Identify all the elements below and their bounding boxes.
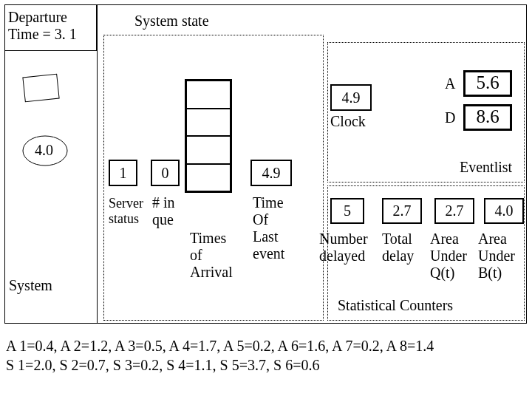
footer-line-2: S 1=2.0, S 2=0.7, S 3=0.2, S 4=1.1, S 5=…: [6, 355, 523, 375]
main-frame: Departure Time = 3. 1 System 4.0 System …: [4, 4, 527, 324]
total-delay-value: 2.7: [382, 198, 422, 224]
D-label: D: [445, 109, 455, 126]
times-of-arrival-label: Times of Arrival: [190, 230, 233, 281]
left-divider: [97, 5, 98, 323]
arrival-queue-box: [185, 79, 232, 193]
in-que-label: # in que: [152, 194, 175, 228]
statistical-counters-label: Statistical Counters: [338, 297, 453, 314]
A-label: A: [445, 75, 455, 92]
last-event-label: Time Of Last event: [253, 194, 284, 262]
system-state-label: System state: [134, 13, 209, 30]
system-label: System: [9, 277, 52, 294]
D-value: 8.6: [463, 104, 512, 131]
area-b-label: Area Under B(t): [478, 231, 515, 282]
server-status-label: Server status: [109, 196, 143, 227]
in-que-value: 0: [151, 160, 180, 186]
server-status-value: 1: [109, 160, 137, 186]
small-decorative-box: [22, 74, 59, 103]
area-q-value: 2.7: [434, 198, 474, 224]
A-value: 5.6: [463, 70, 512, 97]
last-event-value: 4.9: [250, 160, 292, 186]
total-delay-label: Total delay: [382, 231, 414, 265]
number-delayed-label: Number delayed: [319, 231, 368, 265]
footer-text: A 1=0.4, A 2=1.2, A 3=0.5, A 4=1.7, A 5=…: [6, 336, 523, 375]
footer-line-1: A 1=0.4, A 2=1.2, A 3=0.5, A 4=1.7, A 5=…: [6, 336, 523, 355]
circle-value: 4.0: [35, 142, 53, 159]
eventlist-label: Eventlist: [460, 159, 512, 176]
departure-box: Departure Time = 3. 1: [4, 4, 97, 51]
number-delayed-value: 5: [330, 198, 364, 224]
area-b-value: 4.0: [484, 198, 524, 224]
area-q-label: Area Under Q(t): [430, 231, 467, 282]
